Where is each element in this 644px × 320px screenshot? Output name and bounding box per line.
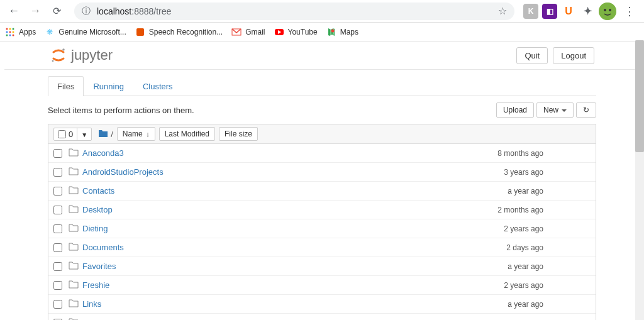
file-checkbox[interactable] [53, 187, 62, 196]
folder-icon [69, 261, 79, 272]
svg-rect-12 [136, 28, 144, 36]
url-bar[interactable]: ⓘ localhost:8888/tree ☆ [74, 3, 514, 20]
profile-avatar[interactable] [599, 3, 616, 20]
main-content: Files Running Clusters Select items to p… [43, 76, 601, 320]
file-checkbox[interactable] [53, 262, 62, 271]
file-name-link[interactable]: Freshie [82, 280, 109, 290]
svg-point-0 [599, 3, 616, 20]
folder-icon [69, 223, 79, 234]
browser-menu-icon[interactable]: ⋮ [620, 4, 639, 18]
column-last-modified[interactable]: Last Modified [159, 127, 215, 141]
file-modified: 2 years ago [504, 224, 591, 233]
bookmark-genuine-microsoft[interactable]: ❋ Genuine Microsoft... [45, 27, 126, 37]
toolbar: Select items to perform actions on them.… [48, 96, 596, 124]
file-modified: 8 months ago [497, 149, 591, 158]
tab-files[interactable]: Files [48, 76, 84, 96]
svg-point-17 [52, 60, 54, 62]
folder-icon [69, 204, 79, 215]
extension-k[interactable]: K [523, 4, 538, 19]
youtube-icon [274, 27, 284, 37]
refresh-button[interactable]: ↻ [576, 102, 596, 118]
cog-icon: ❋ [45, 27, 55, 37]
select-count: 0 [69, 130, 73, 139]
bookmark-maps[interactable]: Maps [326, 27, 358, 37]
bookmark-label: Speech Recognition... [149, 28, 223, 36]
bookmark-apps[interactable]: Apps [5, 27, 36, 37]
bookmark-star-icon[interactable]: ☆ [498, 5, 507, 17]
svg-point-16 [62, 48, 65, 51]
select-mode-dropdown[interactable]: ▼ [77, 128, 91, 140]
file-checkbox[interactable] [53, 243, 62, 252]
file-row: Contactsa year ago [48, 182, 596, 201]
tab-running[interactable]: Running [84, 76, 133, 96]
svg-point-11 [13, 34, 14, 36]
folder-icon [69, 167, 79, 177]
file-checkbox[interactable] [53, 224, 62, 233]
maps-icon [326, 27, 336, 37]
file-name-link[interactable]: Contacts [82, 186, 114, 196]
file-name-link[interactable]: Documents [82, 243, 124, 252]
file-checkbox[interactable] [53, 206, 62, 214]
svg-point-5 [13, 28, 14, 30]
breadcrumb-root[interactable]: / [111, 130, 113, 139]
file-name-link[interactable]: AndroidStudioProjects [82, 167, 164, 177]
file-name-link[interactable]: Anaconda3 [82, 148, 124, 158]
folder-icon [69, 148, 79, 158]
jupyter-logo-icon [50, 47, 67, 64]
svg-point-4 [9, 28, 11, 30]
upload-button[interactable]: Upload [496, 102, 534, 118]
column-file-size[interactable]: File size [219, 127, 258, 141]
svg-point-7 [9, 31, 11, 33]
mic-icon [135, 27, 145, 37]
extensions-menu-icon[interactable]: ✦ [580, 4, 595, 19]
file-row: AndroidStudioProjects3 years ago [48, 163, 596, 182]
logout-button[interactable]: Logout [553, 47, 594, 64]
file-row: Documents2 days ago [48, 238, 596, 257]
sort-arrow-icon: ↓ [146, 130, 150, 138]
file-name-link[interactable]: Favorites [82, 262, 116, 271]
bookmark-youtube[interactable]: YouTube [274, 27, 318, 37]
file-name-link[interactable]: Links [82, 299, 101, 309]
folder-icon [69, 299, 79, 309]
forward-button[interactable]: → [26, 3, 44, 20]
file-checkbox[interactable] [53, 300, 62, 309]
folder-icon [69, 317, 79, 320]
jupyter-logo[interactable]: jupyter [14, 47, 113, 64]
file-row: Freshie2 years ago [48, 276, 596, 295]
column-name[interactable]: Name ↓ [117, 127, 155, 141]
chevron-down-icon: ▼ [81, 131, 87, 138]
back-button[interactable]: ← [5, 3, 23, 20]
bookmark-label: Maps [340, 28, 358, 36]
file-list: Anaconda38 months agoAndroidStudioProjec… [48, 144, 596, 320]
select-all-box[interactable] [58, 130, 66, 138]
new-dropdown[interactable]: New [536, 102, 574, 118]
select-all-checkbox[interactable]: 0 [54, 128, 77, 140]
bookmark-gmail[interactable]: Gmail [231, 27, 265, 37]
breadcrumb-folder-icon[interactable] [98, 129, 108, 140]
folder-icon [69, 185, 79, 196]
tab-clusters[interactable]: Clusters [133, 76, 182, 96]
file-modified: 2 months ago [497, 206, 591, 214]
list-header: 0 ▼ / Name ↓ Last Modified File size [48, 124, 596, 144]
toolbar-hint: Select items to perform actions on them. [48, 106, 194, 115]
quit-button[interactable]: Quit [516, 47, 548, 64]
extension-u[interactable]: U [561, 4, 576, 19]
file-checkbox[interactable] [53, 281, 62, 290]
file-name-link[interactable]: Desktop [82, 205, 113, 214]
file-modified: 2 days ago [506, 243, 591, 252]
scrollbar-vertical[interactable] [635, 40, 644, 320]
bookmark-label: Genuine Microsoft... [58, 28, 126, 36]
svg-point-3 [6, 28, 8, 30]
reload-button[interactable]: ⟳ [48, 3, 65, 20]
bookmarks-bar: Apps ❋ Genuine Microsoft... Speech Recog… [0, 23, 644, 41]
bookmark-speech-recognition[interactable]: Speech Recognition... [135, 27, 223, 37]
file-modified: a year ago [508, 262, 591, 271]
scrollbar-thumb[interactable] [635, 40, 644, 152]
file-checkbox[interactable] [53, 168, 62, 177]
file-modified: a year ago [508, 300, 591, 309]
extension-purple[interactable]: ◧ [542, 4, 557, 19]
file-name-link[interactable]: Dieting [82, 224, 108, 233]
column-name-label: Name [123, 130, 143, 138]
file-checkbox[interactable] [53, 149, 62, 158]
folder-icon [69, 242, 79, 253]
